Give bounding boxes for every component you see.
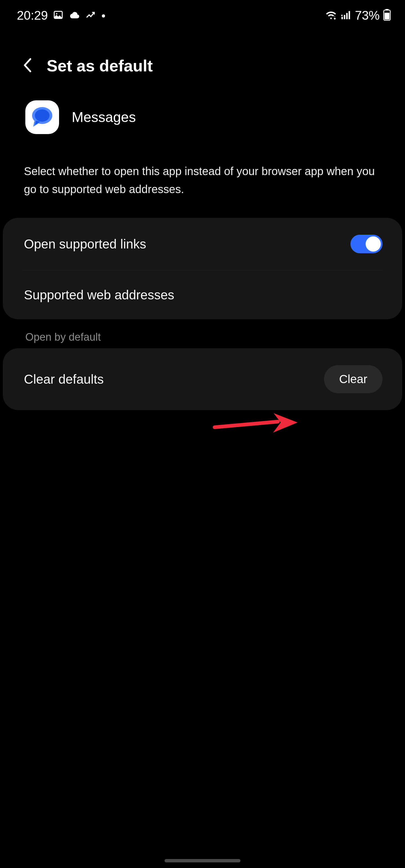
battery-icon (383, 9, 391, 22)
links-panel: Open supported links Supported web addre… (3, 218, 402, 319)
supported-web-addresses-row[interactable]: Supported web addresses (3, 270, 402, 319)
app-name: Messages (72, 109, 136, 125)
open-by-default-header: Open by default (0, 319, 405, 348)
status-left: 20:29 ● (17, 8, 106, 23)
svg-rect-5 (348, 11, 350, 19)
dot-icon: ● (101, 11, 106, 20)
open-supported-links-label: Open supported links (24, 237, 146, 252)
clear-defaults-panel: Clear defaults Clear (3, 348, 402, 410)
svg-rect-4 (346, 13, 348, 19)
svg-rect-9 (384, 13, 389, 20)
svg-point-11 (35, 110, 50, 122)
supported-web-addresses-label: Supported web addresses (24, 287, 174, 303)
wifi-icon (324, 9, 338, 21)
back-icon[interactable] (23, 57, 33, 74)
signal-icon (341, 10, 352, 21)
svg-rect-3 (344, 15, 345, 19)
clear-button[interactable]: Clear (324, 365, 382, 393)
app-info-row: Messages (0, 89, 405, 151)
image-icon (53, 9, 63, 21)
page-title: Set as default (47, 56, 153, 75)
status-right: 73% (324, 8, 391, 23)
svg-point-1 (56, 13, 57, 14)
cloud-icon (69, 11, 81, 20)
svg-point-6 (341, 14, 343, 16)
nav-handle[interactable] (165, 859, 240, 862)
annotation-arrow-icon (210, 406, 303, 441)
clear-defaults-row: Clear defaults Clear (3, 348, 402, 410)
status-bar: 20:29 ● 73% (0, 0, 405, 28)
open-supported-links-row[interactable]: Open supported links (3, 218, 402, 270)
svg-rect-2 (342, 17, 343, 20)
status-time: 20:29 (17, 8, 48, 23)
open-supported-links-toggle[interactable] (350, 235, 382, 253)
chart-up-icon (86, 11, 96, 20)
page-description: Select whether to open this app instead … (0, 151, 405, 212)
battery-percentage: 73% (355, 8, 380, 23)
app-icon (25, 100, 59, 134)
page-header: Set as default (0, 28, 405, 89)
clear-defaults-label: Clear defaults (24, 372, 104, 387)
toggle-thumb (366, 237, 381, 252)
